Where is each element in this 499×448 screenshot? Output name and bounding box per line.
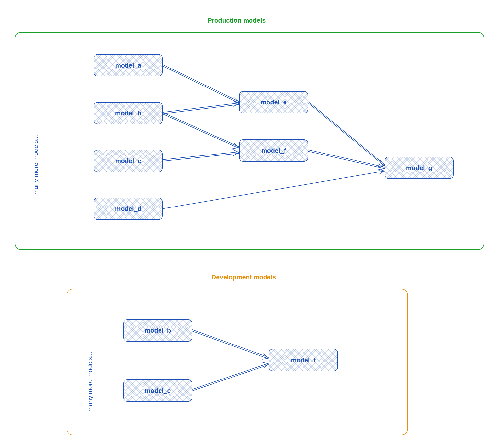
development-title: Development models (212, 274, 276, 281)
production-title: Production models (208, 17, 266, 24)
node-model-c: model_c (94, 150, 163, 172)
node-model-d: model_d (94, 198, 163, 220)
node-label: model_c (115, 157, 141, 165)
node-model-e: model_e (239, 91, 308, 113)
node-label: model_d (115, 205, 142, 213)
node-dev-model-f: model_f (269, 349, 338, 371)
node-model-a: model_a (94, 54, 163, 76)
node-label: model_f (261, 147, 286, 155)
node-label: model_g (406, 164, 432, 172)
node-label: model_f (291, 356, 316, 364)
node-label: model_b (145, 327, 171, 334)
development-box (67, 289, 408, 435)
production-side-note: many more models... (32, 135, 40, 195)
node-label: model_a (115, 62, 141, 69)
development-side-note: many more models... (86, 352, 94, 412)
node-model-b: model_b (94, 102, 163, 124)
node-label: model_b (115, 109, 142, 117)
node-model-f: model_f (239, 139, 308, 162)
node-dev-model-c: model_c (123, 379, 192, 402)
node-model-g: model_g (385, 157, 454, 179)
diagram-canvas: Production models many more models... mo… (0, 0, 499, 448)
node-label: model_c (145, 387, 171, 395)
node-label: model_e (261, 99, 287, 106)
node-dev-model-b: model_b (123, 319, 192, 342)
